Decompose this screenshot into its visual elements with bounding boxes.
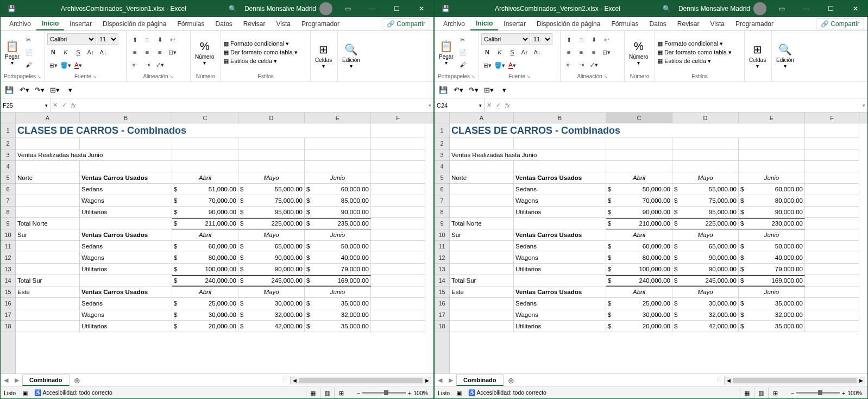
cell-C14[interactable]: $240,000.00	[172, 275, 238, 286]
cell-B18[interactable]: Utilitarios	[514, 321, 606, 332]
scroll-right-icon[interactable]: ▶	[857, 377, 865, 384]
col-header-D[interactable]: D	[672, 113, 739, 123]
cell-D13[interactable]: $90,000.00	[672, 264, 739, 275]
row-header-11[interactable]: 11	[435, 241, 449, 252]
paste-button[interactable]: 📋Pegar▾	[3, 38, 22, 67]
italic-button[interactable]: K	[494, 46, 506, 58]
cell-C13[interactable]: $100,000.00	[606, 264, 672, 275]
cell-A17[interactable]	[16, 309, 80, 321]
cell-A8[interactable]	[450, 207, 514, 218]
col-header-D[interactable]: D	[238, 113, 305, 123]
cell-A17[interactable]	[450, 309, 514, 321]
row-header-10[interactable]: 10	[1, 229, 15, 241]
sort-button[interactable]: ⊞▾	[48, 84, 61, 97]
save-button[interactable]: 💾	[437, 84, 450, 97]
menu-disposición de página[interactable]: Disposición de página	[531, 18, 606, 30]
cell-A11[interactable]	[450, 241, 514, 252]
scroll-right-icon[interactable]: ▶	[423, 377, 431, 384]
cell-E7[interactable]: $85,000.00	[305, 195, 371, 207]
zoom-slider[interactable]	[796, 392, 840, 394]
cut-button[interactable]: ✂	[23, 34, 35, 46]
cell-D12[interactable]: $90,000.00	[238, 252, 305, 264]
align-bottom-button[interactable]: ⬇	[154, 34, 166, 46]
cell-F16[interactable]	[371, 298, 425, 309]
number-format-button[interactable]: %Número▾	[627, 38, 651, 67]
share-button[interactable]: 🔗 Compartir	[382, 18, 430, 29]
clipboard-launcher-icon[interactable]: ↘	[37, 74, 41, 79]
cell-A11[interactable]	[16, 241, 80, 252]
cell-C5[interactable]: Abril	[606, 172, 672, 184]
cell-D8[interactable]: $95,000.00	[672, 207, 739, 218]
menu-vista[interactable]: Vista	[271, 18, 296, 30]
menu-insertar[interactable]: Insertar	[64, 18, 97, 30]
row-header-4[interactable]: 4	[1, 161, 15, 172]
font-launcher-icon[interactable]: ↘	[526, 74, 531, 79]
cell-E4[interactable]	[305, 161, 371, 172]
cell-B4[interactable]	[514, 161, 606, 172]
cell-B9[interactable]	[80, 218, 172, 229]
row-header-12[interactable]: 12	[435, 252, 449, 264]
horizontal-scrollbar[interactable]: ◀ ▶	[724, 377, 865, 384]
cell-D11[interactable]: $65,000.00	[672, 241, 739, 252]
cell-D3[interactable]	[238, 149, 305, 161]
conditional-format-button[interactable]: ▦ Formato condicional ▾	[657, 40, 732, 47]
cell-F6[interactable]	[805, 184, 859, 195]
cell-F7[interactable]	[371, 195, 425, 207]
cell-C6[interactable]: $51,000.00	[172, 184, 238, 195]
macro-record-icon[interactable]: ▣	[22, 390, 28, 396]
bold-button[interactable]: N	[481, 46, 493, 58]
cell-C2[interactable]	[172, 138, 238, 149]
zoom-in-button[interactable]: +	[842, 390, 845, 396]
cell-D15[interactable]: Mayo	[238, 286, 305, 298]
scroll-thumb[interactable]	[299, 378, 423, 383]
cell-E2[interactable]	[739, 138, 805, 149]
menu-fórmulas[interactable]: Fórmulas	[172, 18, 210, 30]
qat-customize-icon[interactable]: ▾	[498, 84, 511, 97]
cell-E11[interactable]: $50,000.00	[739, 241, 805, 252]
menu-revisar[interactable]: Revisar	[672, 18, 705, 30]
cell-D5[interactable]: Mayo	[238, 172, 305, 184]
cell-D17[interactable]: $32,000.00	[238, 309, 305, 321]
cell-B2[interactable]	[514, 138, 606, 149]
cell-F3[interactable]	[371, 149, 425, 161]
cell-B15[interactable]: Ventas Carros Usados	[80, 286, 172, 298]
cell-D7[interactable]: $75,000.00	[238, 195, 305, 207]
row-header-7[interactable]: 7	[1, 195, 15, 207]
cell-A9[interactable]: Total Norte	[16, 218, 80, 229]
cell-B8[interactable]: Utilitarios	[80, 207, 172, 218]
cell-D4[interactable]	[672, 161, 739, 172]
cell-E4[interactable]	[739, 161, 805, 172]
conditional-format-button[interactable]: ▦ Formato condicional ▾	[223, 40, 298, 47]
align-center-button[interactable]: ≡	[141, 46, 153, 58]
cell-E7[interactable]: $80,000.00	[739, 195, 805, 207]
close-button[interactable]: ✕	[409, 1, 433, 17]
cell-A14[interactable]: Total Sur	[16, 275, 80, 286]
page-break-view-button[interactable]: ⊞	[334, 388, 348, 398]
cell-B18[interactable]: Utilitarios	[80, 321, 172, 332]
col-header-E[interactable]: E	[739, 113, 805, 123]
cell-E5[interactable]: Junio	[739, 172, 805, 184]
col-header-B[interactable]: B	[80, 113, 172, 123]
cell-F2[interactable]	[805, 138, 859, 149]
col-header-C[interactable]: C	[606, 113, 672, 123]
paste-button[interactable]: 📋Pegar▾	[437, 38, 456, 67]
cell-C12[interactable]: $80,000.00	[172, 252, 238, 264]
cell-D16[interactable]: $30,000.00	[238, 298, 305, 309]
cell-C18[interactable]: $20,000.00	[172, 321, 238, 332]
cell-A6[interactable]	[16, 184, 80, 195]
cell-D13[interactable]: $90,000.00	[238, 264, 305, 275]
row-header-8[interactable]: 8	[435, 207, 449, 218]
scroll-left-icon[interactable]: ◀	[725, 377, 732, 384]
cell-C16[interactable]: $25,000.00	[606, 298, 672, 309]
cell-A4[interactable]	[450, 161, 514, 172]
autosave-icon[interactable]: 💾	[435, 5, 456, 13]
cell-B7[interactable]: Wagons	[514, 195, 606, 207]
cell-A16[interactable]	[16, 298, 80, 309]
align-right-button[interactable]: ≡	[588, 46, 600, 58]
col-header-F[interactable]: F	[805, 113, 859, 123]
cell-C14[interactable]: $240,000.00	[606, 275, 672, 286]
menu-inicio[interactable]: Inicio	[36, 17, 64, 30]
cell-E14[interactable]: $169,000.00	[739, 275, 805, 286]
increase-indent-button[interactable]: ⇥	[575, 59, 587, 71]
decrease-font-button[interactable]: A↓	[531, 46, 543, 58]
